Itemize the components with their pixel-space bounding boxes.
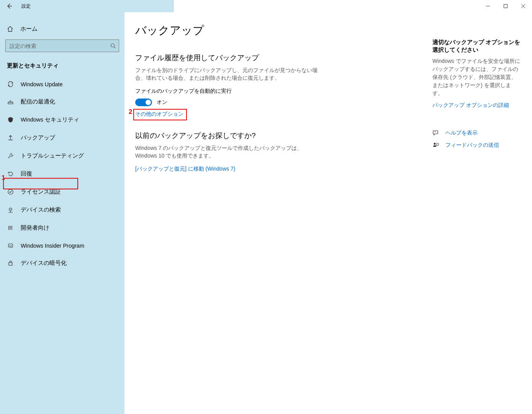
sidebar-item-label: バックアップ	[21, 134, 55, 141]
shield-icon	[7, 117, 14, 123]
feedback-link-label: フィードバックの送信	[445, 142, 499, 149]
recovery-icon	[7, 171, 14, 177]
sidebar-item-backup[interactable]: バックアップ	[0, 129, 124, 147]
section-file-history-desc: ファイルを別のドライブにバックアップし、元のファイルが見つからない場合、壊れてい…	[135, 67, 319, 82]
aside-desc: Windows でファイルを安全な場所にバックアップするには、ファイルの保存先 …	[432, 57, 521, 97]
main-content: バックアップ ファイル履歴を使用してバックアップ ファイルを別のドライブにバック…	[124, 12, 532, 414]
delivery-icon	[7, 99, 14, 105]
aside-heading: 適切なバックアップ オプションを選択してください	[432, 38, 521, 54]
backup-options-details-link[interactable]: バックアップ オプションの詳細	[432, 102, 521, 109]
svg-rect-2	[8, 102, 13, 104]
search-input[interactable]	[5, 39, 119, 52]
more-options-link[interactable]: その他のオプション	[135, 111, 361, 118]
sidebar: ホーム 更新とセキュリティ Windows Update 配信の最適化 Wind…	[0, 12, 124, 414]
toggle-state-label: オン	[157, 99, 167, 106]
insider-icon	[7, 242, 14, 249]
back-arrow-icon	[6, 3, 12, 9]
sidebar-section-label: 更新とセキュリティ	[0, 62, 124, 76]
search-icon	[110, 43, 116, 49]
feedback-icon	[432, 142, 442, 149]
section-old-backup-desc: Windows 7 のバックアップと復元ツールで作成したバックアップは、Wind…	[135, 145, 319, 159]
help-link-label: ヘルプを表示	[445, 130, 478, 136]
check-circle-icon	[7, 189, 14, 195]
svg-point-7	[9, 245, 10, 246]
sync-icon	[7, 81, 14, 87]
svg-point-11	[434, 143, 436, 145]
sidebar-item-activation[interactable]: ライセンス認証	[0, 183, 124, 201]
sidebar-item-windows-update[interactable]: Windows Update	[0, 76, 124, 93]
sidebar-item-delivery-optimization[interactable]: 配信の最適化	[0, 93, 124, 111]
aside-panel: 適切なバックアップ オプションを選択してください Windows でファイルを安…	[432, 23, 532, 414]
feedback-link[interactable]: フィードバックの送信	[432, 142, 521, 149]
maximize-button[interactable]	[497, 0, 514, 12]
titlebar: 設定	[0, 0, 532, 12]
search-box[interactable]	[5, 39, 119, 52]
sidebar-item-label: ライセンス認証	[21, 188, 61, 196]
close-icon	[521, 4, 525, 8]
upload-icon	[7, 135, 14, 141]
section-old-backup-heading: 以前のバックアップをお探しですか?	[135, 131, 361, 141]
help-link[interactable]: ? ヘルプを表示	[432, 130, 521, 136]
sidebar-item-label: デバイスの検索	[21, 206, 61, 214]
minimize-icon	[486, 4, 490, 8]
svg-point-1	[111, 44, 115, 47]
sidebar-item-find-device[interactable]: デバイスの検索	[0, 201, 124, 219]
lock-icon	[7, 260, 14, 266]
svg-rect-0	[504, 5, 507, 8]
home-link[interactable]: ホーム	[0, 21, 124, 36]
sidebar-item-label: 配信の最適化	[21, 98, 55, 105]
sidebar-item-windows-security[interactable]: Windows セキュリティ	[0, 111, 124, 129]
svg-text:?: ?	[434, 131, 436, 133]
help-chat-icon: ?	[432, 130, 442, 136]
sidebar-item-developer[interactable]: 開発者向け	[0, 219, 124, 237]
window-title: 設定	[18, 0, 174, 12]
auto-backup-label: ファイルのバックアップを自動的に実行	[135, 88, 361, 95]
sidebar-item-encryption[interactable]: デバイスの暗号化	[0, 254, 124, 272]
svg-point-5	[10, 209, 11, 210]
sidebar-item-recovery[interactable]: 回復	[0, 165, 124, 183]
home-label: ホーム	[20, 25, 38, 33]
sidebar-item-troubleshoot[interactable]: トラブルシューティング	[0, 147, 124, 165]
sidebar-item-label: トラブルシューティング	[21, 152, 84, 159]
titlebar-drag-area	[174, 0, 479, 12]
developer-icon	[7, 225, 14, 231]
minimize-button[interactable]	[479, 0, 497, 12]
toggle-knob-icon	[146, 100, 151, 105]
home-icon	[7, 26, 13, 32]
maximize-icon	[504, 4, 507, 8]
goto-backup-restore-link[interactable]: [バックアップと復元] に移動 (Windows 7)	[135, 166, 361, 172]
close-button[interactable]	[514, 0, 532, 12]
svg-point-8	[11, 245, 11, 246]
location-icon	[7, 207, 14, 213]
section-file-history-heading: ファイル履歴を使用してバックアップ	[135, 53, 361, 63]
auto-backup-toggle[interactable]	[135, 99, 152, 106]
wrench-icon	[7, 153, 14, 159]
page-title: バックアップ	[135, 23, 361, 38]
sidebar-item-label: Windows Insider Program	[21, 243, 84, 249]
sidebar-item-label: 開発者向け	[21, 224, 49, 232]
annotation-marker-2: 2	[129, 108, 132, 116]
svg-rect-9	[9, 263, 12, 265]
sidebar-item-insider[interactable]: Windows Insider Program	[0, 237, 124, 254]
sidebar-item-label: Windows セキュリティ	[21, 116, 79, 123]
sidebar-item-label: Windows Update	[21, 81, 63, 87]
sidebar-item-label: デバイスの暗号化	[21, 260, 67, 267]
annotation-marker-1: 1	[2, 174, 5, 182]
back-button[interactable]	[0, 0, 18, 12]
window-controls	[479, 0, 532, 12]
sidebar-item-label: 回復	[21, 170, 32, 177]
